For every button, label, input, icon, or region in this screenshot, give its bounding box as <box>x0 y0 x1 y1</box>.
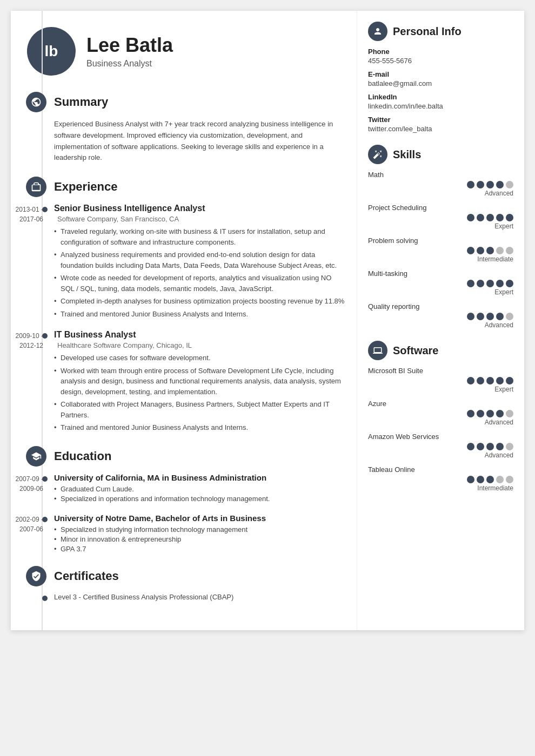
education-icon <box>26 446 46 467</box>
skill-item: Tableau OnlineIntermediate <box>368 465 513 492</box>
skills-header: Skills <box>368 145 513 164</box>
education-timeline: 2007-09 - 2009-06 University of Californ… <box>22 473 346 553</box>
edu-bullets-1: Graduated Cum Laude. Specialized in oper… <box>54 485 346 503</box>
candidate-title: Business Analyst <box>86 59 173 69</box>
skill-dot <box>506 181 513 188</box>
education-section: Education 2007-09 - 2009-06 University o… <box>22 446 346 553</box>
skill-item: Project SchedulingExpert <box>368 204 513 230</box>
software-list: Microsoft BI SuiteExpertAzureAdvancedAma… <box>368 367 513 492</box>
skill-dot <box>496 247 504 254</box>
skill-dot <box>486 181 494 188</box>
skill-name: Tableau Online <box>368 465 513 474</box>
monitor-icon <box>373 346 383 355</box>
skill-dot <box>467 410 474 417</box>
skill-dot <box>477 377 484 384</box>
skill-name: Math <box>368 171 513 179</box>
skills-title: Skills <box>393 148 421 161</box>
email-item: E-mail batlalee@gmail.com <box>368 70 513 87</box>
edu-date-2: 2002-09 - 2007-06 <box>0 515 43 534</box>
skill-dot <box>467 476 474 483</box>
skill-level: Intermediate <box>368 255 513 263</box>
skill-dots <box>368 181 513 188</box>
skill-name: Project Scheduling <box>368 204 513 212</box>
email-value: batlalee@gmail.com <box>368 79 513 87</box>
certificate-icon <box>31 571 42 582</box>
skill-dots <box>368 214 513 221</box>
summary-text: Experienced Business Analyst with 7+ yea… <box>22 119 346 164</box>
edu-degree-1: University of California, MA in Business… <box>54 473 346 482</box>
job-item-2: 2009-10 - 2012-12 IT Business Analyst He… <box>54 330 346 433</box>
skill-dot <box>486 476 494 483</box>
software-header: Software <box>368 341 513 360</box>
skill-dot <box>467 377 474 384</box>
email-label: E-mail <box>368 70 513 78</box>
software-icon <box>368 341 387 360</box>
skill-dots <box>368 476 513 483</box>
phone-value: 455-555-5676 <box>368 57 513 65</box>
bullet: Minor in innovation & entrepreneurship <box>54 535 346 543</box>
certificates-icon <box>26 566 46 586</box>
phone-item: Phone 455-555-5676 <box>368 48 513 65</box>
skill-item: Quality reportingAdvanced <box>368 302 513 329</box>
summary-icon <box>26 92 46 112</box>
experience-section: Experience 2013-01 - 2017-06 Senior Busi… <box>22 177 346 433</box>
bullet: Completed in-depth analyses for business… <box>54 296 346 307</box>
skill-name: Multi-tasking <box>368 269 513 278</box>
summary-header: Summary <box>22 92 346 112</box>
personal-info-title: Personal Info <box>393 25 462 38</box>
right-column: Personal Info Phone 455-555-5676 E-mail … <box>357 11 524 630</box>
bullet: Collaborated with Project Managers, Busi… <box>54 399 346 420</box>
experience-title: Experience <box>54 180 117 194</box>
bullet: Graduated Cum Laude. <box>54 485 346 493</box>
experience-icon <box>26 177 46 197</box>
skill-dots <box>368 443 513 450</box>
skill-dot <box>506 280 513 287</box>
skill-dot <box>477 181 484 188</box>
twitter-value: twitter.com/lee_balta <box>368 125 513 133</box>
briefcase-icon <box>31 181 42 192</box>
person-icon <box>373 26 383 36</box>
skill-dot <box>496 443 504 450</box>
skill-name: Amazon Web Services <box>368 433 513 441</box>
skill-dot <box>506 313 513 320</box>
skill-dots <box>368 313 513 320</box>
skill-dot <box>467 443 474 450</box>
header-info: Lee Batla Business Analyst <box>86 34 173 69</box>
skill-dot <box>467 214 474 221</box>
bullet: Worked with team through entire process … <box>54 366 346 397</box>
skill-dot <box>467 247 474 254</box>
skill-dot <box>486 377 494 384</box>
skill-dot <box>496 280 504 287</box>
twitter-label: Twitter <box>368 116 513 124</box>
graduation-icon <box>31 451 42 462</box>
skill-dot <box>477 313 484 320</box>
skill-item: Multi-taskingExpert <box>368 269 513 296</box>
bullet: Trained and mentored Junior Business Ana… <box>54 422 346 433</box>
software-section: Software Microsoft BI SuiteExpertAzureAd… <box>368 341 513 492</box>
left-column: lb Lee Batla Business Analyst Summary Ex… <box>11 11 357 630</box>
linkedin-item: LinkedIn linkedin.com/in/lee.balta <box>368 93 513 110</box>
hand-icon <box>373 150 383 159</box>
skill-dot <box>506 247 513 254</box>
skill-dot <box>467 280 474 287</box>
skill-dot <box>506 410 513 417</box>
skill-level: Advanced <box>368 418 513 426</box>
skill-dot <box>496 410 504 417</box>
certificates-header: Certificates <box>22 566 346 586</box>
skill-dot <box>506 443 513 450</box>
cert-item-1: 2016 Level 3 - Certified Business Analys… <box>54 593 346 601</box>
skill-dot <box>467 181 474 188</box>
job-date-2: 2009-10 - 2012-12 <box>0 331 43 350</box>
skill-dots <box>368 247 513 254</box>
bullet: Specialized in studying information tech… <box>54 525 346 534</box>
skill-item: MathAdvanced <box>368 171 513 197</box>
skill-item: Microsoft BI SuiteExpert <box>368 367 513 393</box>
candidate-name: Lee Batla <box>86 34 173 57</box>
twitter-item: Twitter twitter.com/lee_balta <box>368 116 513 133</box>
skill-level: Advanced <box>368 451 513 459</box>
skill-dot <box>486 313 494 320</box>
skills-list: MathAdvancedProject SchedulingExpertProb… <box>368 171 513 329</box>
job-bullets-2: Developed use cases for software develop… <box>54 353 346 433</box>
resume-header: lb Lee Batla Business Analyst <box>22 27 346 76</box>
edu-item-1: 2007-09 - 2009-06 University of Californ… <box>54 473 346 503</box>
